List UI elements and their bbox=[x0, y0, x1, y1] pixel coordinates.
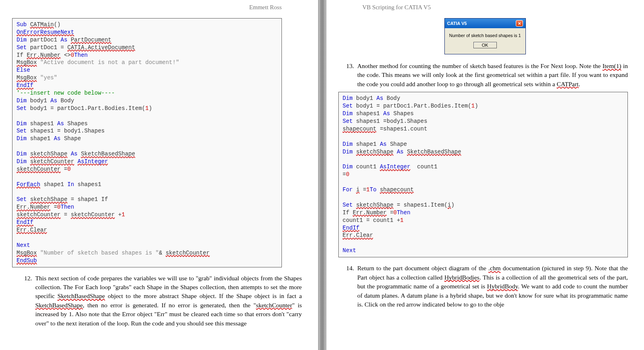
header-author: Emmett Ross bbox=[12, 4, 306, 11]
list-item-14: 14. Return to the part document object d… bbox=[338, 264, 632, 309]
page-left: Emmett Ross Sub CATMain() OnErrorResumeN… bbox=[0, 0, 318, 350]
list-text-12: This next section of code prepares the v… bbox=[35, 274, 302, 328]
list-text-14: Return to the part document object diagr… bbox=[357, 264, 628, 309]
code-block-right: Dim body1 As Body Set body1 = partDoc1.P… bbox=[338, 92, 628, 257]
list-text-13: Another method for counting the number o… bbox=[357, 62, 628, 89]
list-num-12: 12. bbox=[24, 274, 32, 328]
header-title: VB Scripting for CATIA V5 bbox=[338, 4, 632, 11]
ok-button[interactable]: OK bbox=[473, 42, 497, 48]
dialog-catia: CATIA V5 ✕ Number of sketch based shapes… bbox=[444, 18, 526, 54]
code-block-left: Sub CATMain() OnErrorResumeNext Dim part… bbox=[12, 18, 282, 267]
dialog-title-text: CATIA V5 bbox=[447, 21, 467, 26]
list-item-12: 12. This next section of code prepares t… bbox=[12, 274, 306, 328]
list-num-13: 13. bbox=[346, 62, 354, 89]
dialog-wrap: CATIA V5 ✕ Number of sketch based shapes… bbox=[338, 18, 632, 54]
dialog-message: Number of sketch based shapes is 1 bbox=[448, 33, 522, 38]
page-right: VB Scripting for CATIA V5 CATIA V5 ✕ Num… bbox=[326, 0, 644, 350]
page-divider bbox=[318, 0, 326, 350]
dialog-body: Number of sketch based shapes is 1 OK bbox=[445, 28, 525, 54]
close-icon[interactable]: ✕ bbox=[516, 20, 523, 27]
list-item-13: 13. Another method for counting the numb… bbox=[338, 62, 632, 89]
list-num-14: 14. bbox=[346, 264, 354, 309]
dialog-titlebar: CATIA V5 ✕ bbox=[445, 19, 525, 28]
